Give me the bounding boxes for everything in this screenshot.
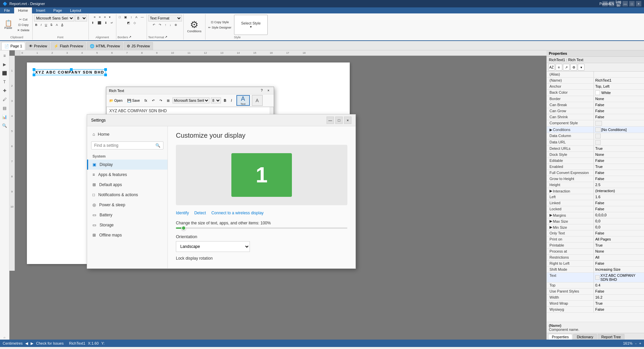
settings-nav-apps[interactable]: ≡ Apps & features bbox=[87, 170, 167, 180]
handle-bl[interactable] bbox=[33, 74, 35, 76]
company-name-element[interactable]: XYZ ABC COMPANY SDN BHD bbox=[34, 69, 106, 75]
check-issues-button[interactable]: Check for Issues bbox=[36, 341, 64, 345]
tf-btn4[interactable]: ↓ bbox=[168, 23, 173, 27]
italic-button[interactable]: I bbox=[39, 23, 43, 27]
slider-thumb[interactable] bbox=[181, 226, 186, 230]
conditions-expand[interactable]: ▶ bbox=[550, 128, 552, 132]
page-tab-js[interactable]: ⚙ JS Preview bbox=[124, 42, 153, 50]
sidebar-icon-5[interactable]: ✚ bbox=[1, 87, 9, 95]
rt-save-button[interactable]: 💾 Save bbox=[125, 98, 142, 103]
handle-tr[interactable] bbox=[104, 68, 107, 71]
tab-insert[interactable]: Insert bbox=[32, 7, 49, 13]
handle-tl[interactable] bbox=[33, 68, 35, 71]
text-format-select[interactable]: Text Format bbox=[148, 15, 182, 21]
rt-size-select[interactable]: 8 bbox=[211, 97, 221, 103]
sidebar-icon-6[interactable]: 🖊 bbox=[1, 95, 9, 103]
border-color-btn[interactable]: ↕ bbox=[129, 15, 134, 19]
align-right-button[interactable]: ≡ bbox=[103, 15, 107, 19]
align-left-button[interactable]: ≡ bbox=[92, 15, 97, 19]
settings-nav-notifications[interactable]: □ Notifications & actions bbox=[87, 190, 167, 200]
rt-italic-button[interactable]: I bbox=[229, 98, 234, 103]
border-btn1[interactable]: □ bbox=[118, 15, 122, 19]
settings-maximize-button[interactable]: □ bbox=[335, 117, 343, 124]
cut-button[interactable]: ✂ Cut bbox=[16, 17, 31, 22]
page-tab-preview[interactable]: 👁 Preview bbox=[26, 42, 50, 50]
settings-home-item[interactable]: ⌂ Home bbox=[87, 129, 167, 139]
close-window-button[interactable]: × bbox=[636, 1, 641, 6]
zoom-decrease-button[interactable]: - bbox=[635, 341, 637, 345]
margins-expand[interactable]: ▶ bbox=[550, 213, 552, 217]
prop-btn3[interactable]: ↗ bbox=[563, 64, 570, 71]
bold-button[interactable]: B bbox=[34, 23, 39, 27]
border-btn2[interactable]: ▣ bbox=[123, 15, 128, 19]
detect-link[interactable]: Detect bbox=[194, 211, 206, 215]
maximize-window-button[interactable]: □ bbox=[629, 1, 635, 6]
publish-button[interactable]: Publish bbox=[602, 1, 608, 6]
rt-undo-button[interactable]: ↶ bbox=[150, 98, 156, 103]
orientation-select[interactable]: Landscape Portrait bbox=[176, 241, 250, 252]
copy-button[interactable]: ⊡ Copy bbox=[16, 23, 31, 27]
page-tab-flash[interactable]: ⚡ Flash Preview bbox=[51, 42, 86, 50]
valign-mid-button[interactable]: ⬛ bbox=[96, 20, 103, 25]
border-style-btn[interactable]: — bbox=[140, 15, 145, 19]
identify-link[interactable]: Identify bbox=[176, 211, 189, 215]
sidebar-icon-8[interactable]: 📊 bbox=[1, 113, 9, 121]
tf-btn2[interactable]: ↷ bbox=[157, 23, 163, 27]
conditions-button[interactable]: ⚙ Conditions bbox=[185, 18, 204, 35]
zoom-increase-button[interactable]: + bbox=[639, 341, 641, 345]
sidebar-icon-2[interactable]: ▶ bbox=[1, 60, 9, 69]
strikethrough-button[interactable]: S̶ bbox=[49, 23, 54, 27]
richtext-help-button[interactable]: ? bbox=[259, 88, 265, 93]
settings-nav-maps[interactable]: ⊞ Offline maps bbox=[87, 230, 167, 240]
tab-dictionary[interactable]: Dictionary bbox=[573, 334, 597, 340]
delete-button[interactable]: ✕ Delete bbox=[16, 28, 31, 33]
richtext-close-button[interactable]: × bbox=[266, 88, 271, 93]
tab-file[interactable]: File bbox=[0, 7, 14, 13]
tf-btn3[interactable]: ↑ bbox=[163, 23, 168, 27]
tab-report-tree[interactable]: Report Tree bbox=[598, 334, 624, 340]
handle-tm[interactable] bbox=[70, 68, 73, 71]
rt-bold-button[interactable]: B bbox=[222, 98, 228, 103]
prop-btn5[interactable]: ▾ bbox=[578, 64, 584, 71]
align-justify-button[interactable]: ▾ bbox=[108, 15, 112, 19]
sidebar-icon-7[interactable]: ▤ bbox=[1, 104, 9, 112]
rt-redo-button[interactable]: ↷ bbox=[158, 98, 164, 103]
style-designer-button[interactable]: ✏ Style Designer bbox=[207, 25, 233, 30]
interaction-expand[interactable]: ▶ bbox=[550, 189, 552, 193]
underline-button[interactable]: U bbox=[44, 23, 49, 27]
scale-slider[interactable] bbox=[176, 227, 347, 229]
settings-nav-storage[interactable]: ▭ Storage bbox=[87, 220, 167, 230]
fill-color-btn[interactable]: A bbox=[134, 15, 139, 19]
prop-categorized-button[interactable]: ≡ bbox=[556, 64, 562, 71]
sidebar-icon-3[interactable]: ⬛ bbox=[1, 69, 9, 77]
minsize-expand[interactable]: ▶ bbox=[550, 225, 552, 229]
font-color-button[interactable]: A bbox=[54, 23, 59, 27]
rt-open-button[interactable]: 📂 Open bbox=[108, 98, 124, 103]
prop-btn4[interactable]: ⚙ bbox=[570, 64, 577, 71]
tab-properties[interactable]: Properties bbox=[548, 334, 572, 340]
copy-style-button[interactable]: ⊡ Copy Style bbox=[207, 20, 233, 25]
tab-layout[interactable]: Layout bbox=[66, 7, 85, 13]
rt-preview-button[interactable]: ⊞ bbox=[165, 98, 171, 103]
settings-close-button[interactable]: × bbox=[344, 117, 351, 124]
settings-minimize-button[interactable]: — bbox=[327, 117, 334, 124]
tab-page[interactable]: Page bbox=[49, 7, 66, 13]
sidebar-icon-9[interactable]: 🔍 bbox=[1, 122, 9, 130]
align-center-button[interactable]: ≡ bbox=[98, 15, 102, 19]
page-tab-page1[interactable]: 📄 Page 1 bbox=[1, 42, 25, 50]
valign-bottom-button[interactable]: ⬇ bbox=[103, 20, 109, 25]
rt-formula-button[interactable]: fx bbox=[143, 98, 149, 103]
settings-search-input[interactable] bbox=[94, 143, 155, 148]
login-button[interactable]: Log In bbox=[616, 1, 621, 6]
page-tab-html[interactable]: 🌐 HTML Preview bbox=[87, 42, 123, 50]
prop-sort-alpha-button[interactable]: AZ bbox=[548, 64, 555, 71]
textformat-expand-icon[interactable]: ↗ bbox=[165, 35, 167, 39]
highlight-button[interactable]: A̲ bbox=[60, 23, 65, 27]
tf-btn1[interactable]: ↶ bbox=[151, 23, 157, 27]
minimize-window-button[interactable]: — bbox=[622, 1, 628, 6]
sidebar-icon-1[interactable]: ≡ bbox=[1, 52, 9, 60]
valign-top-button[interactable]: ⬆ bbox=[90, 20, 96, 25]
language-button[interactable]: EN bbox=[609, 1, 614, 6]
sidebar-icon-4[interactable]: T bbox=[1, 78, 9, 86]
font-name-select[interactable]: Microsoft Sans Serif bbox=[34, 15, 74, 21]
